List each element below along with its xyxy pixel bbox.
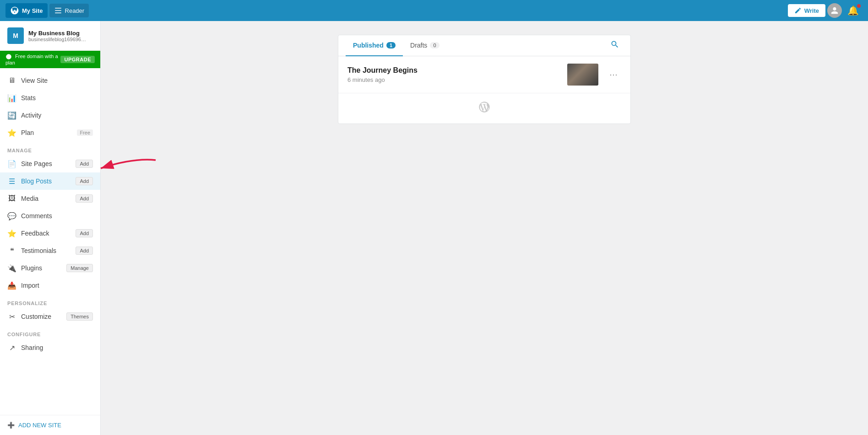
add-site-label: ADD NEW SITE <box>18 422 61 429</box>
stats-icon: 📊 <box>7 93 16 102</box>
activity-icon: 🔄 <box>7 111 16 120</box>
posts-panel: Published 1 Drafts 0 The J <box>338 35 631 124</box>
plan-badge: Free <box>77 129 93 136</box>
tab-drafts-label: Drafts <box>410 42 427 49</box>
reader-label: Reader <box>65 7 85 14</box>
site-url: businesslifeblog169696016.wordp... <box>28 37 88 42</box>
wordpress-footer-icon <box>346 101 623 116</box>
user-avatar[interactable] <box>827 3 842 18</box>
comments-label: Comments <box>21 212 93 220</box>
customize-icon: ✂ <box>7 312 16 321</box>
sidebar-item-stats[interactable]: 📊 Stats <box>0 89 100 107</box>
site-pages-icon: 📄 <box>7 159 16 168</box>
media-add-button[interactable]: Add <box>76 194 93 203</box>
main-layout: M My Business Blog businesslifeblog16969… <box>0 21 868 435</box>
sidebar-nav: 🖥 View Site 📊 Stats 🔄 Activity ⭐ Plan Fr… <box>0 68 100 415</box>
view-site-icon: 🖥 <box>7 76 16 85</box>
sidebar-item-sharing[interactable]: ↗ Sharing <box>0 339 100 356</box>
testimonials-add-button[interactable]: Add <box>76 247 93 255</box>
my-site-label: My Site <box>22 7 43 14</box>
search-posts-button[interactable] <box>607 36 623 55</box>
sidebar-item-feedback[interactable]: ⭐ Feedback Add <box>0 225 100 242</box>
configure-section-label: Configure <box>0 325 100 339</box>
site-icon: M <box>7 27 24 44</box>
add-site-icon: ➕ <box>7 422 15 429</box>
sidebar-item-plugins[interactable]: 🔌 Plugins Manage <box>0 259 100 277</box>
tab-published-label: Published <box>353 42 384 49</box>
post-info: The Journey Begins 6 minutes ago <box>347 66 560 83</box>
content-inner: Published 1 Drafts 0 The J <box>101 21 868 435</box>
tab-published[interactable]: Published 1 <box>346 35 403 56</box>
notification-badge <box>857 4 861 8</box>
plan-label: Plan <box>21 129 72 136</box>
feedback-icon: ⭐ <box>7 229 16 238</box>
sidebar-item-blog-posts[interactable]: ☰ Blog Posts Add <box>0 172 100 190</box>
site-info: M My Business Blog businesslifeblog16969… <box>0 21 100 51</box>
post-title: The Journey Begins <box>347 66 560 75</box>
feedback-label: Feedback <box>21 230 71 237</box>
topbar: My Site Reader Write 🔔 <box>0 0 868 21</box>
blog-posts-label: Blog Posts <box>21 177 71 185</box>
upgrade-button[interactable]: UPGRADE <box>60 56 95 63</box>
reader-icon <box>54 6 62 15</box>
sidebar-item-comments[interactable]: 💬 Comments <box>0 207 100 225</box>
my-site-button[interactable]: My Site <box>5 3 48 18</box>
blog-posts-add-button[interactable]: Add <box>76 177 93 185</box>
add-new-site-button[interactable]: ➕ ADD NEW SITE <box>7 420 93 430</box>
sharing-icon: ↗ <box>7 343 16 352</box>
feedback-add-button[interactable]: Add <box>76 229 93 237</box>
plugins-label: Plugins <box>21 264 62 272</box>
testimonials-icon: ❝ <box>7 246 16 255</box>
tab-published-count: 1 <box>386 42 396 48</box>
user-icon <box>830 6 839 15</box>
post-thumbnail <box>567 64 598 86</box>
posts-tabs: Published 1 Drafts 0 <box>338 35 630 56</box>
content-area: Published 1 Drafts 0 The J <box>101 21 868 435</box>
post-more-options-button[interactable]: ⋯ <box>606 68 621 81</box>
notifications-bell[interactable]: 🔔 <box>844 3 863 18</box>
plan-icon: ⭐ <box>7 128 16 137</box>
write-icon <box>794 7 802 14</box>
plugins-icon: 🔌 <box>7 263 16 273</box>
sidebar-item-import[interactable]: 📥 Import <box>0 277 100 294</box>
sidebar: M My Business Blog businesslifeblog16969… <box>0 21 101 435</box>
media-label: Media <box>21 195 71 202</box>
import-label: Import <box>21 282 93 289</box>
personalize-section-label: Personalize <box>0 294 100 308</box>
comments-icon: 💬 <box>7 211 16 220</box>
tab-drafts[interactable]: Drafts 0 <box>403 35 446 56</box>
write-label: Write <box>804 7 819 14</box>
search-icon <box>610 40 619 49</box>
write-button[interactable]: Write <box>788 4 825 17</box>
post-meta: 6 minutes ago <box>347 76 560 83</box>
wordpress-logo-icon <box>10 6 19 15</box>
sidebar-item-activity[interactable]: 🔄 Activity <box>0 107 100 124</box>
sidebar-item-testimonials[interactable]: ❝ Testimonials Add <box>0 242 100 259</box>
sidebar-bottom: ➕ ADD NEW SITE <box>0 415 100 435</box>
site-name: My Business Blog <box>28 30 88 37</box>
import-icon: 📥 <box>7 281 16 290</box>
sidebar-item-customize[interactable]: ✂ Customize Themes <box>0 308 100 325</box>
view-site-label: View Site <box>21 77 93 84</box>
free-domain-banner: Free domain with a plan UPGRADE <box>0 51 100 68</box>
free-domain-text: Free domain with a plan <box>5 54 60 65</box>
sidebar-item-view-site[interactable]: 🖥 View Site <box>0 72 100 89</box>
stats-label: Stats <box>21 94 93 102</box>
sidebar-item-plan[interactable]: ⭐ Plan Free <box>0 124 100 141</box>
posts-footer <box>338 93 630 124</box>
site-pages-add-button[interactable]: Add <box>76 160 93 168</box>
site-details: My Business Blog businesslifeblog1696960… <box>28 30 88 42</box>
tab-drafts-count: 0 <box>430 42 439 48</box>
post-thumbnail-image <box>567 64 598 86</box>
reader-button[interactable]: Reader <box>49 4 89 17</box>
customize-label: Customize <box>21 313 62 320</box>
sidebar-item-site-pages[interactable]: 📄 Site Pages Add <box>0 155 100 172</box>
sidebar-item-media[interactable]: 🖼 Media Add <box>0 190 100 207</box>
themes-button[interactable]: Themes <box>66 312 93 321</box>
site-pages-label: Site Pages <box>21 160 71 167</box>
blog-posts-icon: ☰ <box>7 177 16 186</box>
media-icon: 🖼 <box>7 194 16 203</box>
plugins-manage-button[interactable]: Manage <box>66 264 93 272</box>
checkmark-icon <box>5 54 12 60</box>
sharing-label: Sharing <box>21 344 93 351</box>
